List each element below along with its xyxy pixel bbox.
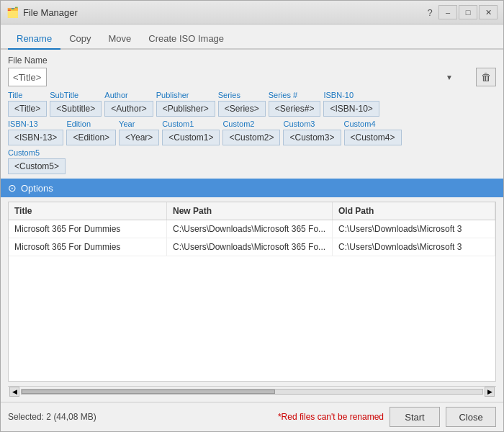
- close-window-button[interactable]: ✕: [479, 5, 498, 19]
- cell-newpath-2: C:\Users\Downloads\Microsoft 365 Fo...: [167, 238, 333, 256]
- tag-label-custom3: Custom3: [283, 120, 315, 128]
- tag-btn-series-num[interactable]: <Series#>: [269, 101, 321, 117]
- title-bar: 🗂️ File Manager ? – □ ✕: [1, 1, 503, 24]
- help-button[interactable]: ?: [423, 5, 437, 19]
- file-name-select-wrapper: <Title>: [8, 68, 473, 86]
- title-bar-controls: ? – □ ✕: [423, 5, 498, 19]
- tag-label-publisher: Publisher: [156, 91, 189, 99]
- tag-group-series-num: Series # <Series#>: [269, 91, 321, 117]
- window-title: File Manager: [23, 7, 78, 18]
- table-header: Title New Path Old Path: [9, 202, 495, 220]
- tag-label-author: Author: [104, 91, 127, 99]
- bottom-bar: Selected: 2 (44,08 MB) *Red files can't …: [1, 402, 503, 431]
- tab-move[interactable]: Move: [100, 29, 140, 48]
- close-button[interactable]: Close: [446, 407, 496, 427]
- tag-btn-custom2[interactable]: <Custom2>: [222, 130, 280, 145]
- delete-button[interactable]: 🗑: [476, 68, 496, 86]
- cell-oldpath-1: C:\Users\Downloads\Microsoft 3: [333, 220, 495, 238]
- tag-btn-isbn13[interactable]: <ISBN-13>: [8, 130, 63, 145]
- file-name-label: File Name: [8, 55, 496, 66]
- tag-label-year: Year: [119, 120, 135, 128]
- tag-group-custom2: Custom2 <Custom2>: [222, 120, 280, 145]
- tag-label-isbn10: ISBN-10: [323, 91, 354, 99]
- tag-label-subtitle: SubTitle: [50, 91, 78, 99]
- col-header-oldpath: Old Path: [333, 202, 495, 220]
- minimize-button[interactable]: –: [438, 5, 457, 19]
- tag-label-series: Series: [218, 91, 240, 99]
- options-chevron-icon: ⊙: [8, 182, 17, 194]
- tag-row-1: Title <Title> SubTitle <Subtitle> Author…: [8, 91, 496, 117]
- scroll-left-arrow[interactable]: ◀: [9, 387, 19, 397]
- table-row[interactable]: Microsoft 365 For Dummies C:\Users\Downl…: [9, 220, 495, 238]
- tag-btn-publisher[interactable]: <Publisher>: [156, 101, 215, 117]
- tag-group-title: Title <Title>: [8, 91, 47, 117]
- options-label: Options: [21, 183, 53, 194]
- tag-label-custom2: Custom2: [222, 120, 254, 128]
- tag-btn-subtitle[interactable]: <Subtitle>: [50, 101, 102, 117]
- tag-btn-year[interactable]: <Year>: [119, 130, 159, 145]
- table-row[interactable]: Microsoft 365 For Dummies C:\Users\Downl…: [9, 238, 495, 256]
- tag-btn-edition[interactable]: <Edition>: [66, 130, 116, 145]
- tag-label-custom1: Custom1: [162, 120, 194, 128]
- file-name-section: File Name <Title> 🗑: [8, 55, 496, 86]
- tag-btn-author[interactable]: <Author>: [104, 101, 153, 117]
- tag-row-3: Custom5 <Custom5>: [8, 148, 496, 174]
- tag-label-isbn13: ISBN-13: [8, 120, 38, 128]
- tabs-bar: Rename Copy Move Create ISO Image: [1, 24, 503, 50]
- tag-btn-custom5[interactable]: <Custom5>: [8, 158, 66, 174]
- red-warning-text: *Red files can't be renamed: [278, 412, 384, 422]
- scroll-right-arrow[interactable]: ▶: [485, 387, 495, 397]
- table-body: Microsoft 365 For Dummies C:\Users\Downl…: [9, 220, 495, 381]
- cell-title-1: Microsoft 365 For Dummies: [9, 220, 167, 238]
- tag-label-edition: Edition: [66, 120, 91, 128]
- tag-group-custom1: Custom1 <Custom1>: [162, 120, 220, 145]
- cell-title-2: Microsoft 365 For Dummies: [9, 238, 167, 256]
- tag-group-custom3: Custom3 <Custom3>: [283, 120, 341, 145]
- horizontal-scrollbar[interactable]: ◀ ▶: [8, 386, 496, 396]
- tag-group-subtitle: SubTitle <Subtitle>: [50, 91, 102, 117]
- tag-row-2: ISBN-13 <ISBN-13> Edition <Edition> Year…: [8, 120, 496, 145]
- options-bar[interactable]: ⊙ Options: [1, 179, 503, 197]
- tag-label-custom5: Custom5: [8, 148, 40, 157]
- col-header-newpath: New Path: [167, 202, 333, 220]
- selected-info: Selected: 2 (44,08 MB): [8, 412, 96, 422]
- tag-group-publisher: Publisher <Publisher>: [156, 91, 215, 117]
- app-icon: 🗂️: [6, 6, 19, 18]
- tag-label-title: Title: [8, 91, 22, 99]
- scrollbar-thumb[interactable]: [22, 390, 275, 394]
- results-table: Title New Path Old Path Microsoft 365 Fo…: [8, 202, 496, 382]
- start-button[interactable]: Start: [390, 407, 440, 427]
- main-window: 🗂️ File Manager ? – □ ✕ Rename Copy Move…: [0, 0, 504, 432]
- tag-btn-series[interactable]: <Series>: [218, 101, 266, 117]
- tag-group-author: Author <Author>: [104, 91, 153, 117]
- tag-btn-custom1[interactable]: <Custom1>: [162, 130, 220, 145]
- tag-group-isbn13: ISBN-13 <ISBN-13>: [8, 120, 63, 145]
- tag-group-custom4: Custom4 <Custom4>: [344, 120, 402, 145]
- tag-label-custom4: Custom4: [344, 120, 376, 128]
- col-header-title: Title: [9, 202, 167, 220]
- tag-btn-custom3[interactable]: <Custom3>: [283, 130, 341, 145]
- tag-group-edition: Edition <Edition>: [66, 120, 116, 145]
- tab-copy[interactable]: Copy: [60, 29, 99, 48]
- tag-btn-isbn10[interactable]: <ISBN-10>: [323, 101, 379, 117]
- scrollbar-track[interactable]: [21, 389, 483, 395]
- tag-btn-custom4[interactable]: <Custom4>: [344, 130, 402, 145]
- bottom-right: *Red files can't be renamed Start Close: [278, 407, 496, 427]
- cell-newpath-1: C:\Users\Downloads\Microsoft 365 Fo...: [167, 220, 333, 238]
- file-name-select[interactable]: <Title>: [8, 68, 47, 86]
- file-name-row: <Title> 🗑: [8, 68, 496, 86]
- tag-btn-title[interactable]: <Title>: [8, 101, 47, 117]
- tag-label-series-num: Series #: [269, 91, 297, 99]
- main-content: File Name <Title> 🗑 Title <Title> SubT: [1, 50, 503, 402]
- maximize-button[interactable]: □: [459, 5, 477, 19]
- tag-group-year: Year <Year>: [119, 120, 159, 145]
- title-bar-left: 🗂️ File Manager: [6, 6, 78, 18]
- cell-oldpath-2: C:\Users\Downloads\Microsoft 3: [333, 238, 495, 256]
- tab-create-iso[interactable]: Create ISO Image: [140, 29, 233, 48]
- tag-group-isbn10: ISBN-10 <ISBN-10>: [323, 91, 379, 117]
- tag-group-series: Series <Series>: [218, 91, 266, 117]
- tab-rename[interactable]: Rename: [8, 29, 60, 50]
- tag-group-custom5: Custom5 <Custom5>: [8, 148, 66, 174]
- tags-section: Title <Title> SubTitle <Subtitle> Author…: [8, 91, 496, 174]
